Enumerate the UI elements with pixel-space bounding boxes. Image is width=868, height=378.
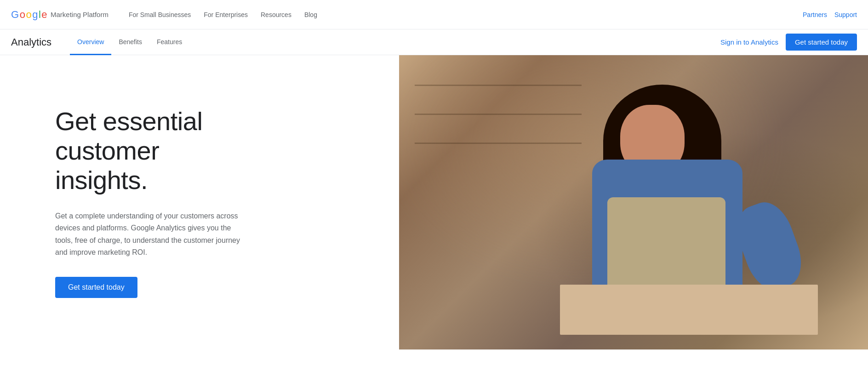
nav-link-resources[interactable]: Resources [255, 7, 297, 22]
hero-subtext: Get a complete understanding of your cus… [55, 210, 248, 259]
logo-letter-g: G [11, 9, 19, 21]
logo-letter-o2: o [26, 9, 31, 21]
sub-nav-links: Overview Benefits Features [70, 29, 720, 55]
get-started-button-header[interactable]: Get started today [786, 34, 857, 51]
platform-text: Marketing Platform [51, 11, 108, 18]
get-started-button-hero[interactable]: Get started today [55, 277, 137, 298]
hero-image [391, 55, 868, 349]
sub-nav-right: Sign in to Analytics Get started today [720, 34, 868, 51]
shelf-line [415, 85, 582, 86]
sign-in-link[interactable]: Sign in to Analytics [720, 38, 778, 46]
logo-letter-o1: o [20, 9, 25, 21]
sub-nav-link-features[interactable]: Features [149, 29, 189, 55]
nav-link-partners[interactable]: Partners [803, 11, 827, 18]
sub-nav-link-overview[interactable]: Overview [70, 29, 111, 55]
shelf-line [415, 114, 582, 115]
sub-navigation: Analytics Overview Benefits Features Sig… [0, 29, 868, 55]
analytics-title: Analytics [11, 36, 51, 48]
hero-image-bg [391, 55, 868, 349]
hero-content: Get essential customer insights. Get a c… [0, 70, 257, 335]
logo-letter-e: e [41, 9, 47, 21]
nav-link-blog[interactable]: Blog [299, 7, 323, 22]
hero-section: Get essential customer insights. Get a c… [0, 55, 868, 349]
nav-link-enterprises[interactable]: For Enterprises [198, 7, 253, 22]
logo-area: Google Marketing Platform [11, 9, 108, 21]
logo-letter-g2: g [32, 9, 38, 21]
table-surface [560, 285, 818, 335]
nav-link-support[interactable]: Support [834, 11, 857, 18]
google-logo: Google [11, 9, 47, 21]
sub-nav-link-benefits[interactable]: Benefits [111, 29, 149, 55]
top-nav-links: For Small Businesses For Enterprises Res… [123, 7, 803, 22]
top-navigation: Google Marketing Platform For Small Busi… [0, 0, 868, 29]
person-silhouette [582, 85, 796, 335]
hero-headline: Get essential customer insights. [55, 107, 257, 195]
shelf-line [415, 143, 582, 144]
logo-letter-l: l [39, 9, 40, 21]
nav-link-small-businesses[interactable]: For Small Businesses [123, 7, 196, 22]
shelf-decoration [415, 85, 582, 291]
top-nav-right: Partners Support [803, 11, 857, 18]
